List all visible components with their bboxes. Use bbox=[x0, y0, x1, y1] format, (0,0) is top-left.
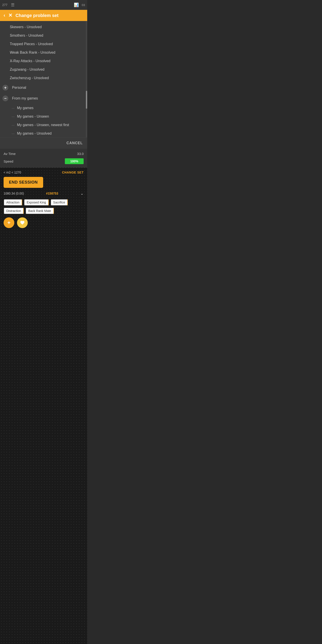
item-label: Weak Back Rank - Unsolved bbox=[10, 50, 55, 54]
modal-overlay: ‹ ✕ Change problem set — Skewers - Unsol… bbox=[0, 10, 87, 149]
list-item[interactable]: — Skewers - Unsolved bbox=[0, 23, 87, 31]
item-label: Zugzwang - Unsolved bbox=[10, 68, 44, 72]
sub-connector-icon: — bbox=[4, 76, 10, 80]
item-label: Skewers - Unsolved bbox=[10, 25, 42, 29]
set-info-text: < m2 < 1270 bbox=[4, 170, 21, 174]
sub-connector-icon: — bbox=[4, 68, 10, 71]
list-item[interactable]: — Zugzwang - Unsolved bbox=[0, 65, 87, 74]
modal-wrapper: ‹ ✕ Change problem set — Skewers - Unsol… bbox=[0, 10, 87, 149]
item-label: Smothers - Unsolved bbox=[10, 34, 43, 38]
from-my-games-label: From my games bbox=[12, 96, 38, 100]
stats-section: Av Time 33.0 Speed 100% bbox=[0, 149, 87, 168]
sub-connector-icon: — bbox=[12, 124, 17, 127]
tags-section: Attraction Exposed King Sacrifice Distra… bbox=[4, 199, 84, 214]
chevron-down-icon[interactable]: ⌄ bbox=[80, 191, 84, 196]
bottom-section: < m2 < 1270 CHANGE SET END SESSION 1080.… bbox=[0, 168, 87, 231]
sub-connector-icon: — bbox=[12, 132, 17, 135]
av-time-value: 33.0 bbox=[77, 152, 84, 156]
speed-bar: 100% bbox=[65, 158, 84, 164]
tree-list: — Skewers - Unsolved — Smothers - Unsolv… bbox=[0, 21, 87, 137]
game-info-row: 1080.34 (0.00) #158753 ⌄ bbox=[4, 191, 84, 196]
tag-sacrifice[interactable]: Sacrifice bbox=[50, 199, 68, 206]
list-item[interactable]: — My games - Unsolved bbox=[0, 129, 87, 137]
list-item[interactable]: — Trapped Pieces - Unsolved bbox=[0, 40, 87, 48]
game-link[interactable]: #158753 bbox=[46, 192, 58, 195]
top-bar-number: 03 bbox=[82, 3, 85, 7]
sub-connector-icon: — bbox=[12, 106, 17, 110]
item-label: My games - Unseen, newest first bbox=[17, 123, 69, 127]
end-session-button[interactable]: END SESSION bbox=[4, 177, 43, 188]
av-time-row: Av Time 33.0 bbox=[4, 152, 84, 156]
list-item[interactable]: — Smothers - Unsolved bbox=[0, 31, 87, 40]
tag-back-rank-mate[interactable]: Back Rank Mate bbox=[26, 208, 54, 214]
item-label: My games bbox=[17, 106, 34, 110]
top-bar-icon: ☰ bbox=[11, 2, 14, 8]
sub-connector-icon: — bbox=[4, 51, 10, 54]
tag-distraction[interactable]: Distraction bbox=[4, 208, 24, 214]
top-bar-chart-icon: 📊 bbox=[74, 2, 79, 8]
tree-indent: − bbox=[0, 96, 11, 101]
sub-connector-icon: — bbox=[4, 42, 10, 46]
sub-connector-icon: — bbox=[4, 34, 10, 37]
game-info-text: 1080.34 (0.00) bbox=[4, 192, 24, 195]
scrollbar[interactable] bbox=[86, 21, 87, 137]
scrollbar-thumb[interactable] bbox=[86, 91, 87, 109]
speed-row: Speed 100% bbox=[4, 158, 84, 164]
list-item[interactable]: — X-Ray Attacks - Unsolved bbox=[0, 57, 87, 65]
change-set-button[interactable]: CHANGE SET bbox=[62, 170, 84, 174]
tag-button[interactable] bbox=[17, 217, 28, 228]
item-label: X-Ray Attacks - Unsolved bbox=[10, 59, 50, 63]
tag-attraction[interactable]: Attraction bbox=[4, 199, 22, 206]
list-item[interactable]: — My games - Unseen bbox=[0, 112, 87, 121]
sub-connector-icon: — bbox=[4, 60, 10, 63]
list-item[interactable]: — Weak Back Rank - Unsolved bbox=[0, 48, 87, 57]
cancel-button[interactable]: CANCEL bbox=[66, 141, 83, 145]
cancel-row: CANCEL bbox=[0, 137, 87, 149]
close-icon[interactable]: ✕ bbox=[8, 12, 12, 18]
personal-expand-button[interactable]: + bbox=[2, 85, 8, 90]
personal-label: Personal bbox=[12, 86, 26, 90]
list-item[interactable]: — Zwischenzug - Unsolved bbox=[0, 74, 87, 82]
sub-connector-icon: — bbox=[4, 26, 10, 29]
list-item[interactable]: — My games bbox=[0, 104, 87, 112]
from-my-games-expand-button[interactable]: − bbox=[2, 96, 8, 101]
speed-label: Speed bbox=[4, 160, 13, 163]
modal-title: Change problem set bbox=[16, 13, 58, 18]
item-label: My games - Unseen bbox=[17, 114, 49, 118]
item-label: Zwischenzug - Unsolved bbox=[10, 76, 49, 80]
from-my-games-item[interactable]: − From my games bbox=[0, 93, 87, 104]
add-button[interactable]: + bbox=[4, 217, 14, 228]
back-icon[interactable]: ‹ bbox=[4, 12, 5, 18]
top-bar-behind: 277 ☰ 📊 03 bbox=[0, 0, 87, 10]
top-bar-rating: 277 bbox=[2, 3, 8, 7]
sub-connector-icon: — bbox=[12, 115, 17, 118]
set-info-row: < m2 < 1270 CHANGE SET bbox=[4, 170, 84, 174]
modal-body[interactable]: — Skewers - Unsolved — Smothers - Unsolv… bbox=[0, 21, 87, 137]
item-label: Trapped Pieces - Unsolved bbox=[10, 42, 53, 46]
tree-indent: + bbox=[0, 85, 11, 90]
modal-header: ‹ ✕ Change problem set bbox=[0, 10, 87, 21]
item-label: My games - Unsolved bbox=[17, 132, 52, 136]
list-item[interactable]: — My games - Unseen, newest first bbox=[0, 121, 87, 129]
tag-exposed-king[interactable]: Exposed King bbox=[24, 199, 48, 206]
personal-item[interactable]: + Personal bbox=[0, 82, 87, 93]
action-row: + bbox=[4, 217, 84, 228]
av-time-label: Av Time bbox=[4, 152, 16, 156]
